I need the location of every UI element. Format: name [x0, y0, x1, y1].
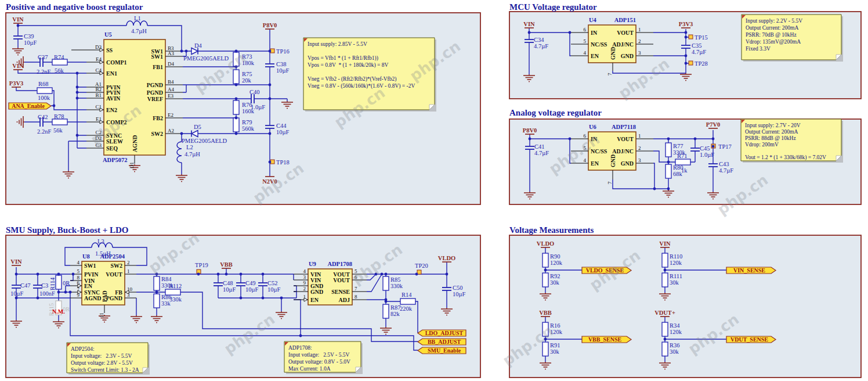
label-r110[interactable]: R110120k — [670, 253, 682, 266]
pin-name: SENSE — [331, 289, 350, 295]
resistor-r73[interactable] — [233, 52, 239, 66]
power-port-vldo[interactable]: VLDO — [438, 255, 455, 262]
resistor-r16[interactable] — [542, 322, 548, 336]
junction-dot — [528, 31, 531, 34]
power-port-vdut[interactable]: VDUT+ — [654, 310, 675, 317]
resistor-r114[interactable] — [56, 275, 62, 289]
resistor-r68[interactable] — [37, 88, 52, 94]
pin-designator: C2 — [95, 130, 102, 135]
label-r75[interactable]: R7520k — [242, 71, 252, 84]
power-port-vldo[interactable]: VLDO — [537, 240, 554, 247]
label-r36[interactable]: R3630k — [670, 342, 680, 355]
resistor-r111[interactable] — [662, 273, 668, 287]
power-port-p3v3[interactable]: P3V3 — [9, 80, 24, 87]
label-c42-val: 2.2nF — [37, 128, 51, 135]
pin-name: FB1 — [153, 64, 163, 70]
pin-designator: 6 — [355, 274, 357, 280]
resistor-r79[interactable] — [233, 118, 239, 132]
power-port-vin[interactable]: VIN — [12, 16, 24, 23]
resistor-r110[interactable] — [662, 253, 668, 267]
power-port-vin[interactable]: VIN — [659, 240, 671, 247]
resistor-r84[interactable] — [154, 276, 160, 290]
harness-port-vdut-sense[interactable]: VDUT_SENSE — [726, 336, 776, 343]
power-port-vbb[interactable]: VBB — [539, 310, 552, 317]
label-l2-val: 4.7µH — [185, 151, 200, 157]
resistor-r76[interactable] — [233, 100, 239, 114]
pin-designator: 2 — [127, 260, 130, 265]
section-vm: Voltage Measurements VLDO VIN VBB VDUT+ … — [508, 225, 865, 381]
resistor-r34[interactable] — [662, 322, 668, 336]
resistor-r86[interactable] — [154, 294, 160, 308]
power-port-label: VIN — [12, 63, 24, 69]
component-value: 10µF — [276, 67, 290, 74]
junction-dot — [685, 55, 688, 57]
junction-dot — [685, 36, 688, 39]
power-port-label: P3V3 — [9, 80, 24, 87]
power-port-p7v0[interactable]: P7V0 — [706, 121, 721, 128]
smu-canvas: U8ADP2504SW14PVIN5VIN8EN6SYNC7AGND9SW22V… — [5, 225, 483, 381]
power-port-n2v0[interactable]: N2V0 — [262, 177, 277, 185]
junction-dot — [712, 145, 715, 148]
resistor-r78[interactable] — [52, 119, 67, 125]
power-port-p3v3[interactable]: P3V3 — [679, 21, 693, 28]
note-line: ADP1708: — [288, 345, 312, 351]
power-port-p8v0[interactable]: P8V0 — [523, 127, 537, 134]
pin-name: SEQ — [106, 145, 118, 152]
harness-port-vldo-sense[interactable]: VLDO_SENSE — [582, 267, 631, 274]
pin-name: ADJ/NC — [612, 41, 634, 48]
junction-dot — [69, 291, 72, 294]
resistor-r87[interactable] — [383, 304, 389, 318]
harness-port-bb-adjust[interactable]: BB_ADJUST — [418, 339, 466, 345]
pin-name: GND — [621, 53, 634, 59]
resistor-r90[interactable] — [542, 253, 548, 267]
pin-name: VOUT — [617, 136, 634, 142]
resistor-r80[interactable] — [666, 164, 671, 178]
harness-port-ana-enable[interactable]: ANA_Enable — [9, 103, 51, 109]
component-value: 30k — [550, 348, 560, 355]
power-port-vin[interactable]: VIN — [523, 21, 535, 28]
junction-dot — [235, 66, 238, 69]
note-line: Input supply: 2.2V - 5.5V — [746, 18, 802, 24]
label-r91[interactable]: R9130k — [550, 342, 560, 355]
analog-canvas: U6ADP7118IN6NC/SS5EN4VOUT1ADJ/NC2GND3GND… — [508, 108, 865, 206]
power-port-vin[interactable]: VIN — [12, 63, 24, 70]
label-r87[interactable]: R8782k — [390, 304, 401, 317]
harness-label: VIN_SENSE — [733, 267, 765, 274]
note-mcu[interactable]: Input supply: 2.2V - 5.5VOutput Current:… — [742, 15, 843, 62]
harness-port-ldo-adjust[interactable]: LDO_ADJUST — [418, 330, 466, 336]
power-port-vin[interactable]: VIN — [10, 258, 22, 265]
harness-port-vbb-sense[interactable]: VBB_SENSE — [582, 336, 631, 343]
note-line: Input supply: 2.85V - 5.5V — [308, 41, 367, 47]
component-ref: C48 — [223, 280, 233, 286]
junction-dot — [667, 188, 670, 190]
harness-label: BB_ADJUST — [428, 339, 461, 345]
harness-port-vin-sense[interactable]: VIN_SENSE — [726, 267, 776, 274]
note-boost[interactable]: Input supply: 2.85V - 5.5VVpos = Vfb1 * … — [303, 38, 436, 112]
resistor-r36[interactable] — [662, 342, 668, 356]
junction-dot — [685, 62, 688, 65]
label-l2-ref: L2 — [186, 144, 193, 150]
label-r92[interactable]: R9230k — [550, 273, 560, 286]
component-ref: C38 — [276, 61, 287, 67]
note-line: Input votlage: 2.5V - 5.5V — [288, 352, 350, 358]
junction-dot — [76, 97, 79, 100]
note-adp1708[interactable]: ADP1708:Input votlage: 2.5V - 5.5VOutput… — [284, 342, 363, 374]
note-analog[interactable]: Input supply: 2.7V - 20VOutput Current: … — [741, 119, 843, 163]
resistor-r75[interactable] — [233, 70, 239, 84]
section-title-smu: SMU Supply, Buck-Boost + LDO — [6, 225, 129, 235]
resistor-r85[interactable] — [383, 276, 389, 290]
resistor-r14[interactable] — [400, 299, 415, 304]
pin-designator: E2 — [168, 112, 173, 118]
label-d4-val: PMEG2005AELD — [183, 55, 229, 62]
power-port-p8v0[interactable]: P8V0 — [263, 22, 277, 29]
junction-dot — [155, 291, 158, 294]
label-r80[interactable]: R8068k — [673, 164, 683, 177]
harness-port-smu-enable[interactable]: SMU_Enable — [418, 347, 466, 354]
power-port-vbb[interactable]: VBB — [220, 261, 233, 268]
note-adp2504[interactable]: ADP2504:Input voltage: 2.3V - 5.5VOutput… — [67, 343, 150, 375]
resistor-r91[interactable] — [542, 342, 548, 356]
resistor-r77[interactable] — [666, 143, 671, 157]
vm-border — [509, 235, 861, 378]
junction-dot — [269, 84, 272, 87]
resistor-r92[interactable] — [542, 273, 548, 287]
